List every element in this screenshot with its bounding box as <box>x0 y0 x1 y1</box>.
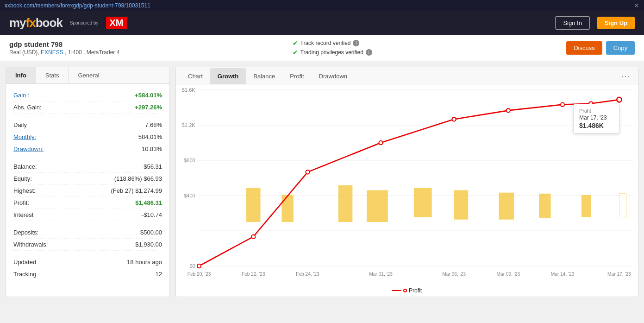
tooltip-date: Mar 17, '23 <box>579 114 613 121</box>
label-drawdown[interactable]: Drawdown: <box>13 146 44 152</box>
row-balance: Balance: $56.31 <box>13 161 162 173</box>
value-daily: 7.68% <box>145 121 162 128</box>
row-gain: Gain : +584.01% <box>13 89 162 101</box>
value-equity: (118.86%) $66.93 <box>114 175 162 182</box>
row-drawdown: Drawdown: 10.83% <box>13 143 162 155</box>
svg-text:Feb 22, '23: Feb 22, '23 <box>242 272 265 277</box>
account-sub: Real (USD), EXNESS , 1:400 , MetaTrader … <box>9 49 283 56</box>
svg-point-23 <box>306 170 309 174</box>
svg-point-24 <box>379 141 382 145</box>
label-updated: Updated <box>13 259 36 266</box>
signin-button[interactable]: Sign In <box>555 16 589 30</box>
svg-rect-11 <box>246 188 261 222</box>
value-interest: -$10.74 <box>142 211 162 218</box>
account-bar: gdp student 798 Real (USD), EXNESS , 1:4… <box>0 35 644 61</box>
verified-badges: ✔ Track record verified i ✔ Trading priv… <box>283 39 567 56</box>
svg-point-26 <box>506 108 510 112</box>
svg-text:$0: $0 <box>189 263 195 269</box>
svg-rect-17 <box>499 193 514 220</box>
tab-general[interactable]: General <box>69 67 109 83</box>
copy-button[interactable]: Copy <box>606 41 635 55</box>
right-panel: Chart Growth Balance Profit Drawdown ⋯ $… <box>175 67 638 297</box>
svg-point-25 <box>452 117 456 121</box>
action-buttons: Discuss Copy <box>566 41 635 55</box>
sponsored-label: Sponsored by <box>70 20 99 26</box>
chart-legend: Profit <box>176 285 638 297</box>
chart-tab-drawdown[interactable]: Drawdown <box>312 68 355 84</box>
info-icon-2[interactable]: i <box>366 49 372 56</box>
row-daily: Daily 7.68% <box>13 119 162 131</box>
row-deposits: Deposits: $500.00 <box>13 227 162 239</box>
check-icon-2: ✔ <box>293 49 298 56</box>
label-monthly[interactable]: Monthly: <box>13 133 36 140</box>
value-balance: $56.31 <box>144 163 162 170</box>
label-profit: Profit: <box>13 199 29 206</box>
svg-text:Mar 01, '23: Mar 01, '23 <box>369 272 393 277</box>
broker-link[interactable]: EXNESS <box>41 49 63 56</box>
site-logo: myfxbook <box>9 16 63 30</box>
svg-text:$800: $800 <box>184 158 195 163</box>
svg-rect-15 <box>414 188 432 217</box>
svg-text:Mar 09, '23: Mar 09, '23 <box>497 272 520 277</box>
label-deposits: Deposits: <box>13 229 38 236</box>
row-monthly: Monthly: 584.01% <box>13 131 162 143</box>
svg-point-27 <box>561 102 564 106</box>
chart-tab-growth[interactable]: Growth <box>210 68 246 84</box>
label-gain[interactable]: Gain : <box>13 92 30 99</box>
check-icon-1: ✔ <box>293 39 298 47</box>
chart-tab-chart[interactable]: Chart <box>181 68 210 84</box>
badge-trading-privileges: ✔ Trading privileges verified i <box>293 49 567 56</box>
row-interest: Interest -$10.74 <box>13 209 162 221</box>
value-highest: (Feb 27) $1,274.99 <box>111 187 162 194</box>
chart-tab-profit[interactable]: Profit <box>282 68 311 84</box>
svg-text:Mar 14, '23: Mar 14, '23 <box>551 272 575 277</box>
chart-area: $1.6K $1.2K $800 $400 $0 <box>176 85 638 285</box>
value-drawdown: 10.83% <box>142 146 162 152</box>
close-icon[interactable]: ✕ <box>634 2 639 9</box>
tab-stats[interactable]: Stats <box>36 67 69 83</box>
row-withdrawals: Withdrawals: $1,930.00 <box>13 239 162 251</box>
value-withdrawals: $1,930.00 <box>135 241 162 248</box>
chart-options-icon[interactable]: ⋯ <box>618 67 633 85</box>
svg-text:$400: $400 <box>184 193 195 198</box>
svg-rect-18 <box>539 194 550 218</box>
left-panel: Info Stats General Gain : +584.01% Abs. … <box>6 67 170 297</box>
label-abs-gain: Abs. Gain: <box>13 104 42 111</box>
legend-label: Profit <box>409 287 422 294</box>
chart-tab-bar: Chart Growth Balance Profit Drawdown ⋯ <box>176 67 638 85</box>
xm-logo: XM <box>106 17 127 29</box>
label-tracking: Tracking <box>13 271 36 278</box>
svg-rect-20 <box>619 194 626 217</box>
label-balance: Balance: <box>13 163 37 170</box>
value-monthly: 584.01% <box>138 133 162 140</box>
tab-info[interactable]: Info <box>6 67 36 83</box>
info-section: Gain : +584.01% Abs. Gain: +297.26% Dail… <box>6 84 169 285</box>
svg-rect-13 <box>338 185 353 222</box>
value-updated: 18 hours ago <box>127 259 162 266</box>
svg-rect-12 <box>281 195 293 222</box>
svg-text:Mar 17, '23: Mar 17, '23 <box>607 272 631 277</box>
account-name: gdp student 798 <box>9 40 283 48</box>
label-withdrawals: Withdrawals: <box>13 241 48 248</box>
svg-rect-16 <box>454 190 469 219</box>
value-tracking: 12 <box>156 271 162 278</box>
svg-text:$1.2K: $1.2K <box>182 122 196 128</box>
row-updated: Updated 18 hours ago <box>13 256 162 268</box>
row-abs-gain: Abs. Gain: +297.26% <box>13 101 162 114</box>
legend-dot <box>403 289 407 292</box>
row-profit: Profit: $1,486.31 <box>13 197 162 209</box>
signup-button[interactable]: Sign Up <box>597 17 635 29</box>
svg-text:Mar 06, '23: Mar 06, '23 <box>442 272 466 277</box>
account-info: gdp student 798 Real (USD), EXNESS , 1:4… <box>9 40 283 56</box>
badge-track-record: ✔ Track record verified i <box>293 39 567 47</box>
label-daily: Daily <box>13 121 27 128</box>
value-abs-gain: +297.26% <box>135 104 162 111</box>
chart-tab-balance[interactable]: Balance <box>246 68 282 84</box>
svg-point-22 <box>251 234 255 238</box>
label-highest: Highest: <box>13 187 36 194</box>
info-icon-1[interactable]: i <box>353 40 359 46</box>
tooltip-label: Profit <box>579 108 613 114</box>
value-gain: +584.01% <box>135 92 162 99</box>
discuss-button[interactable]: Discuss <box>566 41 602 55</box>
svg-point-21 <box>197 264 201 268</box>
